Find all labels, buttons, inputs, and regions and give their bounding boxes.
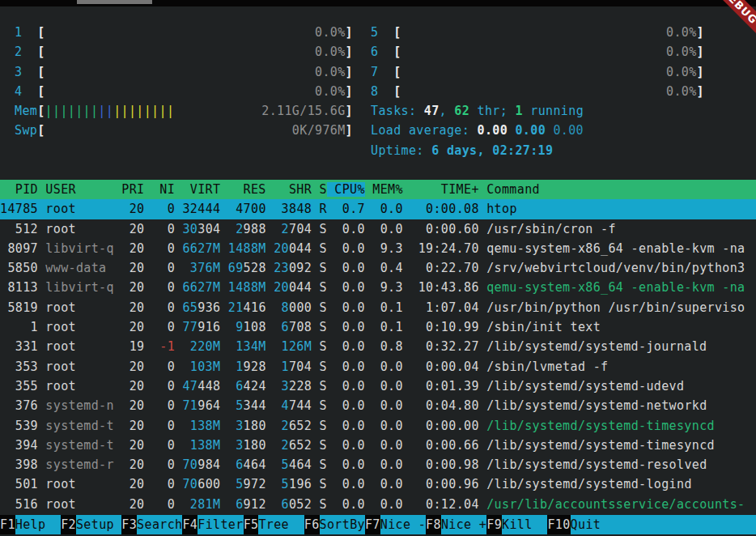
command-cell: /srv/webvirtcloud/venv/bin/python3	[479, 261, 745, 275]
cpu-meter-7: 7 [0.0%]	[371, 62, 704, 82]
command-cell: /lib/systemd/systemd-networkd	[479, 398, 707, 413]
column-header-pri[interactable]: PRI	[114, 182, 145, 197]
command-cell: /lib/systemd/systemd-timesyncd	[479, 419, 715, 433]
fkey-f5-tree[interactable]: F5Tree	[244, 515, 304, 534]
pid-cell: 331	[0, 339, 38, 354]
process-row-501[interactable]: 501 root 20 0 70600 5972 5196 S 0.0 0.0 …	[0, 474, 756, 494]
cpu-cell: 0.0	[327, 379, 365, 393]
open-bracket: [	[37, 42, 45, 62]
mem-value-prefix: 23	[266, 261, 289, 275]
mem-value-prefix: 4	[220, 202, 243, 216]
column-header-mem[interactable]: MEM%	[365, 182, 403, 197]
process-row-376[interactable]: 376 systemd-n 20 0 71964 5344 4744 S 0.0…	[0, 396, 756, 415]
cpu-meter-6: 6 [0.0%]	[371, 42, 704, 62]
ni-cell: 0	[144, 359, 175, 374]
process-row-1[interactable]: 1 root 20 0 77916 9108 6708 S 0.0 0.1 0:…	[0, 317, 756, 337]
fkey-number: F10	[547, 515, 570, 534]
mem-value: 138M	[175, 438, 220, 453]
mem-pct-cell: 0.4	[365, 261, 403, 275]
state-cell: S	[312, 241, 327, 256]
pri-cell: 20	[114, 497, 145, 512]
process-row-394[interactable]: 394 systemd-t 20 0 138M 3180 2652 S 0.0 …	[0, 436, 756, 455]
process-row-353[interactable]: 353 root 20 0 103M 1928 1704 S 0.0 0.0 0…	[0, 357, 756, 376]
fkey-label: Setup	[76, 515, 121, 534]
cpu-cell: 0.7	[327, 202, 365, 216]
fkey-label: Search	[137, 515, 182, 534]
pid-cell: 394	[0, 438, 38, 453]
fkey-f2-setup[interactable]: F2Setup	[61, 515, 121, 534]
column-header-shr[interactable]: SHR	[266, 182, 312, 197]
mem-value: 376M	[175, 261, 220, 275]
mem-value-prefix: 47	[175, 379, 197, 393]
mem-value: 708	[289, 320, 312, 334]
column-header-s[interactable]: S	[312, 182, 327, 197]
close-bracket: ]	[346, 101, 353, 121]
process-row-8097[interactable]: 8097 libvirt-q 20 0 6627M 1488M 20044 S …	[0, 239, 756, 258]
mem-value: 180	[244, 438, 266, 453]
pri-cell: 20	[114, 241, 145, 256]
fkey-f6-sortby[interactable]: F6SortBy	[304, 515, 365, 534]
process-row-5819[interactable]: 5819 root 20 0 65936 21416 8000 S 0.0 0.…	[0, 298, 756, 317]
time-cell: 0:00.00	[403, 419, 479, 433]
pri-cell: 20	[114, 222, 145, 236]
column-header-pid[interactable]: PID	[0, 182, 38, 197]
process-row-355[interactable]: 355 root 20 0 47448 6424 3228 S 0.0 0.0 …	[0, 376, 756, 396]
mem-pct-cell: 0.0	[365, 359, 403, 374]
column-header-virt[interactable]: VIRT	[175, 182, 220, 197]
mem-value: 044	[289, 241, 312, 256]
process-row-398[interactable]: 398 systemd-r 20 0 70984 6464 5464 S 0.0…	[0, 455, 756, 474]
column-header-time[interactable]: TIME+	[403, 182, 479, 197]
column-header-cpu[interactable]: CPU%	[327, 182, 365, 197]
process-row-539[interactable]: 539 systemd-t 20 0 138M 3180 2652 S 0.0 …	[0, 416, 756, 436]
open-bracket: [	[37, 82, 45, 101]
fkey-f4-filter[interactable]: F4Filter	[182, 515, 243, 534]
process-row-8113[interactable]: 8113 libvirt-q 20 0 6627M 1488M 20044 S …	[0, 278, 756, 297]
close-bracket: ]	[697, 82, 704, 101]
column-header-user[interactable]: USER	[38, 182, 114, 197]
fkey-number: F4	[182, 515, 197, 534]
mem-value-prefix: 5	[266, 477, 289, 491]
fkey-f8-nice[interactable]: F8Nice +	[426, 515, 486, 534]
mem-value: 108	[244, 320, 266, 334]
process-table-header: PID USER PRI NI VIRT RES SHR S CPU% MEM%…	[0, 180, 756, 199]
pid-cell: 8097	[0, 241, 38, 256]
process-row-516[interactable]: 516 root 20 0 281M 6912 6052 S 0.0 0.0 0…	[0, 495, 756, 514]
memory-meter-bar: |||||||||||||||||	[45, 101, 175, 121]
process-row-331[interactable]: 331 root 19 -1 220M 134M 126M S 0.0 0.8 …	[0, 337, 756, 356]
fkey-f9-kill[interactable]: F9Kill	[486, 515, 547, 534]
cpu-meters-right: 5 [0.0%]6 [0.0%]7 [0.0%]8 [0.0%]	[371, 23, 704, 101]
command-cell: /sbin/lvmetad -f	[479, 359, 609, 374]
process-row-5850[interactable]: 5850 www-data 20 0 376M 69528 23092 S 0.…	[0, 258, 756, 278]
time-cell: 0:12.04	[403, 497, 479, 512]
process-table: PID USER PRI NI VIRT RES SHR S CPU% MEM%…	[0, 180, 756, 514]
user-cell: root	[38, 320, 114, 334]
time-cell: 0:22.70	[403, 261, 479, 275]
time-cell: 0:00.98	[403, 457, 479, 472]
mem-value-prefix: 4	[266, 398, 289, 413]
close-bracket: ]	[346, 121, 353, 140]
ni-cell: 0	[144, 261, 175, 275]
process-row-512[interactable]: 512 root 20 0 30304 2988 2704 S 0.0 0.0 …	[0, 219, 756, 239]
swap-meter: Swp[0K/976M]	[15, 121, 353, 140]
fkey-f7-nice[interactable]: F7Nice -	[365, 515, 426, 534]
fkey-f1-help[interactable]: F1Help	[0, 515, 61, 534]
pri-cell: 20	[114, 438, 145, 453]
column-header-command[interactable]: Command	[479, 182, 540, 197]
process-row-14785[interactable]: 14785 root 20 0 32444 4700 3848 R 0.7 0.…	[0, 199, 756, 219]
column-header-ni[interactable]: NI	[144, 182, 175, 197]
fkey-f10-quit[interactable]: F10Quit	[547, 515, 616, 534]
close-bracket: ]	[346, 62, 353, 82]
mem-value-prefix: 5	[266, 457, 289, 472]
cpu-cell: 0.0	[327, 280, 365, 295]
mem-value: 052	[289, 497, 312, 512]
cpu-cell: 0.0	[327, 359, 365, 374]
time-cell: 0:00.04	[403, 359, 479, 374]
user-cell: systemd-t	[38, 438, 114, 453]
load-5min: 0.00	[515, 123, 553, 138]
cpu-cell: 0.0	[327, 398, 365, 413]
top-bar-tab	[77, 0, 152, 4]
time-cell: 0:00.96	[403, 477, 479, 491]
fkey-f3-search[interactable]: F3Search	[121, 515, 182, 534]
column-header-res[interactable]: RES	[220, 182, 265, 197]
load-15min: 0.00	[553, 123, 584, 138]
